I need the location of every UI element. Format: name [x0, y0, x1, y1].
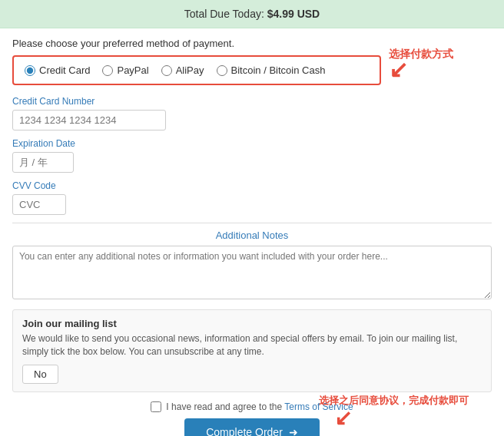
cvv-section: CVV Code	[12, 180, 492, 215]
option-alipay[interactable]: AliPay	[161, 64, 204, 76]
additional-notes-header: Additional Notes	[12, 223, 492, 241]
choose-payment-text: Please choose your preferred method of p…	[12, 38, 492, 49]
additional-notes-textarea[interactable]	[12, 246, 492, 299]
no-button[interactable]: No	[22, 365, 58, 384]
expiry-input[interactable]	[12, 152, 74, 173]
expiry-label: Expiration Date	[12, 138, 492, 149]
cvv-label: CVV Code	[12, 180, 492, 191]
option-bitcoin[interactable]: Bitcoin / Bitcoin Cash	[217, 64, 326, 76]
tos-text: I have read and agree to the Terms of Se…	[166, 401, 353, 412]
cc-number-input[interactable]	[12, 110, 166, 130]
cc-number-section: Credit Card Number	[12, 96, 492, 130]
payment-annotation: 选择付款方式 ↙	[389, 48, 453, 81]
paypal-label: PayPal	[117, 64, 148, 76]
cc-number-label: Credit Card Number	[12, 96, 492, 107]
cvv-input[interactable]	[12, 194, 66, 215]
mailing-list-text: We would like to send you occasional new…	[22, 332, 482, 358]
tos-section: I have read and agree to the Terms of Se…	[12, 401, 492, 412]
bitcoin-label: Bitcoin / Bitcoin Cash	[231, 64, 326, 76]
total-amount: $4.99 USD	[267, 8, 320, 20]
complete-order-label: Complete Order	[206, 426, 283, 436]
credit-card-label: Credit Card	[39, 64, 90, 76]
tos-link[interactable]: Terms of Service	[284, 401, 353, 412]
complete-order-button[interactable]: Complete Order ➜	[184, 418, 320, 436]
total-label: Total Due Today:	[184, 8, 264, 20]
expiry-section: Expiration Date	[12, 138, 492, 173]
option-paypal[interactable]: PayPal	[102, 64, 148, 76]
mailing-list-title: Join our mailing list	[22, 318, 482, 329]
alipay-label: AliPay	[176, 64, 204, 76]
total-bar: Total Due Today: $4.99 USD	[0, 0, 504, 28]
payment-options: Credit Card PayPal AliPay Bitcoin / Bitc…	[12, 55, 381, 85]
tos-checkbox[interactable]	[151, 401, 161, 412]
complete-order-icon: ➜	[289, 426, 298, 436]
mailing-list-section: Join our mailing list We would like to s…	[12, 309, 492, 392]
btn-area: Complete Order ➜	[12, 418, 492, 436]
option-credit-card[interactable]: Credit Card	[25, 64, 90, 76]
